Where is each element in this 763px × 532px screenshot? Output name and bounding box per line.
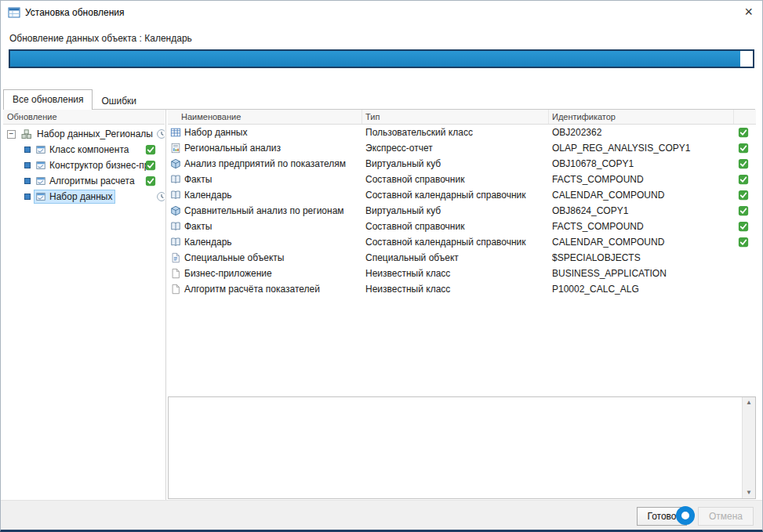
row-status-cell <box>734 205 753 216</box>
book-icon <box>170 237 181 248</box>
cancel-button: Отмена <box>698 507 754 526</box>
column-header-type: Тип <box>362 110 549 124</box>
table-row[interactable]: КалендарьСоставной календарный справочни… <box>168 187 756 203</box>
row-name: Бизнес-приложение <box>184 268 272 279</box>
tree-item[interactable]: Конструктор бизнес-пр <box>3 157 165 173</box>
row-identifier: OBJ10678_COPY1 <box>549 158 734 169</box>
row-identifier: FACTS_COMPOUND <box>549 221 734 232</box>
doc-icon <box>170 284 181 295</box>
row-name: Календарь <box>184 190 232 201</box>
tab-strip: Все обновления Ошибки <box>3 90 145 110</box>
check-icon <box>738 237 749 248</box>
tree-bullet-icon <box>24 162 31 168</box>
row-type: Неизвестный класс <box>362 284 549 295</box>
cube-icon <box>170 158 181 169</box>
check-icon <box>738 158 749 169</box>
table-header-row: Наименование Тип Идентификатор <box>168 110 756 125</box>
table-row[interactable]: Анализ предприятий по показателямВиртуал… <box>168 156 756 172</box>
table-body: Набор данныхПользовательский классOBJ202… <box>168 125 756 297</box>
scroll-up-icon[interactable]: ▲ <box>746 400 752 406</box>
component-icon <box>35 160 46 171</box>
book-icon <box>170 190 181 201</box>
tree-root-item[interactable]: − Набор данных_Регионалы <box>3 126 165 142</box>
table-row[interactable]: Бизнес-приложениеНеизвестный классBUSINE… <box>168 266 756 281</box>
row-identifier: BUSINESS_APPLICATION <box>549 268 734 279</box>
table-icon <box>170 127 181 138</box>
log-panel: ▲ ▼ <box>168 396 756 499</box>
tree-item[interactable]: Набор данных <box>3 189 165 204</box>
row-identifier: CALENDAR_COMPOUND <box>549 190 734 201</box>
tree-item-labelwrap[interactable]: Алгоритмы расчета <box>35 175 137 187</box>
table-row[interactable]: Алгоритм расчёта показателейНеизвестный … <box>168 281 756 297</box>
scroll-down-icon[interactable]: ▼ <box>746 490 752 496</box>
row-status-cell <box>734 237 753 248</box>
column-header-name: Наименование <box>168 110 362 124</box>
panel-splitter[interactable] <box>165 110 166 500</box>
row-status-cell <box>734 143 753 154</box>
book-icon <box>170 221 181 232</box>
update-tree-panel: Обновление − Набор данных_Регионалы Клас… <box>3 110 165 500</box>
tree-item-labelwrap[interactable]: Набор данных <box>35 190 114 203</box>
table-row[interactable]: Региональный анализЭкспресс-отчетOLAP_RE… <box>168 140 756 156</box>
row-status-cell <box>734 221 753 232</box>
log-scrollbar[interactable]: ▲ ▼ <box>742 397 755 498</box>
window-title: Установка обновления <box>25 7 125 18</box>
row-identifier: CALENDAR_COMPOUND <box>549 237 734 248</box>
doc-lines-icon <box>170 252 181 263</box>
collapse-icon[interactable]: − <box>7 130 16 139</box>
tree-bullet-icon <box>24 147 31 153</box>
tree-item-label: Конструктор бизнес-пр <box>49 160 149 171</box>
row-identifier: $SPECIALOBJECTS <box>549 252 734 263</box>
row-type: Пользовательский класс <box>362 127 549 138</box>
column-header-id: Идентификатор <box>549 110 734 124</box>
table-row[interactable]: Набор данныхПользовательский классOBJ202… <box>168 125 756 140</box>
table-row[interactable]: Сравнительный анализ по регионамВиртуаль… <box>168 203 756 219</box>
tree-item-labelwrap[interactable]: Класс компонента <box>35 143 131 156</box>
row-type: Составной справочник <box>362 174 549 185</box>
cube-icon <box>170 205 181 216</box>
clock-icon <box>156 128 165 139</box>
row-status-cell <box>734 190 753 201</box>
progress-bar <box>9 49 754 68</box>
app-icon <box>8 6 20 19</box>
table-row[interactable]: Специальные объектыСпециальный объект$SP… <box>168 250 756 266</box>
row-identifier: OBJ202362 <box>549 127 734 138</box>
check-icon <box>738 190 749 201</box>
tree-item[interactable]: Класс компонента <box>3 142 165 157</box>
check-icon <box>145 176 156 186</box>
check-icon <box>738 205 749 216</box>
check-icon <box>738 221 749 232</box>
tree-item[interactable]: Алгоритмы расчета <box>3 173 165 189</box>
row-type: Составной справочник <box>362 221 549 232</box>
row-name: Региональный анализ <box>184 143 281 154</box>
column-header-status <box>734 110 756 124</box>
tree-bullet-icon <box>24 178 31 184</box>
dataset-icon <box>20 128 33 140</box>
row-status-cell <box>734 158 753 169</box>
row-type: Составной календарный справочник <box>362 237 549 248</box>
table-row[interactable]: ФактыСоставной справочникFACTS_COMPOUND <box>168 172 756 187</box>
tab-all-updates[interactable]: Все обновления <box>3 89 93 110</box>
row-type: Специальный объект <box>362 252 549 263</box>
row-type: Составной календарный справочник <box>362 190 549 201</box>
tree-column-header: Обновление <box>3 110 165 125</box>
update-install-dialog: Установка обновления × Обновление данных… <box>0 0 763 532</box>
log-output[interactable] <box>170 399 740 497</box>
close-icon[interactable]: × <box>744 4 753 20</box>
table-row[interactable]: ФактыСоставной справочникFACTS_COMPOUND <box>168 219 756 234</box>
tree-root-label: Набор данных_Регионалы <box>37 128 153 139</box>
row-identifier: OBJ8624_COPY1 <box>549 205 734 216</box>
tab-errors[interactable]: Ошибки <box>93 92 145 110</box>
titlebar: Установка обновления × <box>1 1 762 24</box>
footer: Готово Отмена <box>1 500 762 530</box>
tree-item-labelwrap[interactable]: Конструктор бизнес-пр <box>35 159 151 172</box>
tree-item-label: Класс компонента <box>49 144 129 155</box>
row-type: Виртуальный куб <box>362 158 549 169</box>
row-name: Сравнительный анализ по регионам <box>184 205 344 216</box>
row-name: Факты <box>184 174 212 185</box>
status-label: Обновление данных объекта : Календарь <box>9 33 192 44</box>
table-row[interactable]: КалендарьСоставной календарный справочни… <box>168 234 756 250</box>
check-icon <box>738 174 749 185</box>
row-name: Специальные объекты <box>184 252 284 263</box>
row-status-cell <box>734 127 753 138</box>
